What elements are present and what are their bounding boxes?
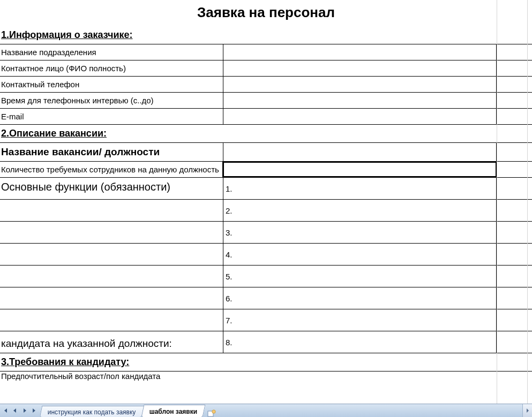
table-row: Предпочтительный возраст/пол кандидата (0, 371, 532, 381)
table-row: кандидата на указанной должности: 8. (0, 331, 532, 353)
cell-func-8[interactable]: 8. (223, 331, 497, 353)
tab-nav-last[interactable] (30, 406, 39, 415)
svg-point-1 (212, 410, 215, 413)
insert-worksheet-button[interactable] (206, 408, 218, 417)
tab-label: инструкция как подать заявку (48, 408, 136, 416)
label-email: E-mail (0, 109, 223, 124)
sheet-tab-bar: инструкция как подать заявку шаблон заяв… (0, 404, 532, 417)
cell-count-selected[interactable] (223, 162, 497, 177)
label-age-gender: Предпочтительный возраст/пол кандидата (0, 371, 223, 381)
table-row: Количество требуемых сотрудников на данн… (0, 162, 532, 178)
table-row: Контактный телефон (0, 77, 532, 93)
cell-email[interactable] (223, 109, 497, 124)
cell-phone[interactable] (223, 77, 497, 92)
label-count: Количество требуемых сотрудников на данн… (0, 162, 223, 177)
table-row: 3. (0, 222, 532, 244)
horizontal-scroll-right[interactable] (522, 404, 532, 417)
gridline (527, 0, 528, 404)
table-row: 5. (0, 266, 532, 287)
table-row: 6. (0, 287, 532, 309)
cell-func-4[interactable]: 4. (223, 244, 497, 265)
table-row: Название вакансии/ должности (0, 143, 532, 162)
page-title: Заявка на персонал (0, 0, 532, 26)
table-row: 2. (0, 200, 532, 222)
label-department: Название подразделения (0, 44, 223, 60)
cell-func-2[interactable]: 2. (223, 200, 497, 221)
label-vacancy: Название вакансии/ должности (0, 143, 223, 161)
cell-func-3[interactable]: 3. (223, 222, 497, 243)
cell-department[interactable] (223, 44, 497, 60)
table-row: Время для телефонных интервью (с..до) (0, 93, 532, 109)
table-row: 4. (0, 244, 532, 266)
table-row: 7. (0, 309, 532, 331)
cell-interview-time[interactable] (223, 93, 497, 108)
table-row: E-mail (0, 109, 532, 125)
cell-age-gender[interactable] (223, 371, 497, 381)
cell-vacancy[interactable] (223, 143, 497, 161)
tab-nav-first[interactable] (1, 406, 10, 415)
tab-nav-buttons (0, 404, 41, 417)
section-2-heading: 2.Описание вакансии: (0, 125, 532, 143)
label-functions: Основные функции (обязанности) (0, 178, 223, 199)
tab-nav-prev[interactable] (11, 406, 19, 415)
tab-template[interactable]: шаблон заявки (141, 405, 205, 417)
label-interview-time: Время для телефонных интервью (с..до) (0, 93, 223, 108)
tab-label: шаблон заявки (149, 408, 197, 415)
table-row: Название подразделения (0, 44, 532, 60)
section-1-heading: 1.Информация о заказчике: (0, 26, 532, 44)
section-3-heading: 3.Требования к кандидату: (0, 353, 532, 371)
cell-contact[interactable] (223, 60, 497, 76)
gridline (497, 0, 497, 404)
table-row: Основные функции (обязанности) 1. (0, 178, 532, 200)
label-candidate: кандидата на указанной должности: (0, 331, 223, 353)
cell-func-1[interactable]: 1. (223, 178, 497, 199)
tab-nav-next[interactable] (20, 406, 29, 415)
cell-func-7[interactable]: 7. (223, 309, 497, 331)
table-row: Контактное лицо (ФИО полность) (0, 60, 532, 77)
worksheet: Заявка на персонал 1.Информация о заказч… (0, 0, 532, 404)
tab-instruction[interactable]: инструкция как подать заявку (40, 406, 144, 417)
label-phone: Контактный телефон (0, 77, 223, 92)
cell-func-6[interactable]: 6. (223, 287, 497, 309)
label-contact: Контактное лицо (ФИО полность) (0, 60, 223, 76)
cell-func-5[interactable]: 5. (223, 266, 497, 287)
